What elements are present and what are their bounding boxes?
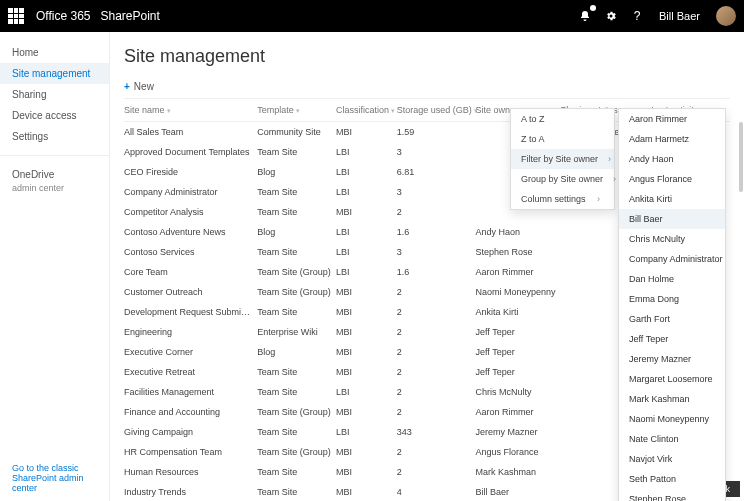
cell-cls: LBI xyxy=(336,422,397,442)
main-content: Site management + New Site name▾ Templat… xyxy=(110,32,744,501)
cell-name: Core Team xyxy=(124,262,257,282)
cell-template: Team Site xyxy=(257,242,336,262)
cell-owner: Aaron Rimmer xyxy=(475,262,560,282)
cell-name: Finance and Accounting xyxy=(124,402,257,422)
cell-storage: 3 xyxy=(397,182,476,202)
cell-template: Team Site xyxy=(257,202,336,222)
cell-cls: MBI xyxy=(336,342,397,362)
nav-item-settings[interactable]: Settings xyxy=(0,126,109,147)
cell-cls: MBI xyxy=(336,442,397,462)
cell-cls: MBI xyxy=(336,282,397,302)
owner-option[interactable]: Angus Florance xyxy=(619,169,725,189)
avatar[interactable] xyxy=(716,6,736,26)
cell-template: Team Site (Group) xyxy=(257,402,336,422)
cell-storage: 1.6 xyxy=(397,262,476,282)
menu-item-column-settings[interactable]: Column settings› xyxy=(511,189,614,209)
brand-sharepoint: SharePoint xyxy=(100,9,159,23)
cell-name: Executive Retreat xyxy=(124,362,257,382)
cell-cls: LBI xyxy=(336,182,397,202)
cell-name: Development Request Submissions xyxy=(124,302,257,322)
help-icon[interactable]: ? xyxy=(629,8,645,24)
cell-template: Team Site (Group) xyxy=(257,442,336,462)
cell-owner: Jeremy Mazner xyxy=(475,422,560,442)
cell-storage: 2 xyxy=(397,342,476,362)
cell-template: Team Site (Group) xyxy=(257,282,336,302)
col-storage[interactable]: Storage used (GB)▾ xyxy=(397,99,476,122)
owner-option[interactable]: Margaret Loosemore xyxy=(619,369,725,389)
nav-classic-link[interactable]: Go to the classic SharePoint admin cente… xyxy=(12,463,97,493)
chevron-right-icon: › xyxy=(608,154,611,164)
owner-option[interactable]: Bill Baer xyxy=(619,209,725,229)
cell-cls: LBI xyxy=(336,142,397,162)
gear-icon[interactable] xyxy=(603,8,619,24)
nav-item-site-management[interactable]: Site management xyxy=(0,63,109,84)
cell-name: All Sales Team xyxy=(124,122,257,143)
nav-item-device-access[interactable]: Device access xyxy=(0,105,109,126)
cell-storage: 2 xyxy=(397,442,476,462)
app-launcher-icon[interactable] xyxy=(8,8,24,24)
owner-option[interactable]: Aaron Rimmer xyxy=(619,109,725,129)
col-template[interactable]: Template▾ xyxy=(257,99,336,122)
cell-name: Industry Trends xyxy=(124,482,257,501)
new-button[interactable]: + New xyxy=(124,81,730,92)
cell-owner: Angus Florance xyxy=(475,442,560,462)
col-classification[interactable]: Classification▾ xyxy=(336,99,397,122)
cell-template: Team Site xyxy=(257,482,336,501)
cell-storage: 2 xyxy=(397,362,476,382)
cell-cls: MBI xyxy=(336,202,397,222)
cell-cls: LBI xyxy=(336,382,397,402)
menu-item-group-by-site-owner[interactable]: Group by Site owner› xyxy=(511,169,614,189)
nav-onedrive[interactable]: OneDrive xyxy=(0,164,109,185)
new-label: New xyxy=(134,81,154,92)
cell-name: HR Compensation Team xyxy=(124,442,257,462)
owner-option[interactable]: Adam Harmetz xyxy=(619,129,725,149)
owner-option[interactable]: Company Administrator xyxy=(619,249,725,269)
owner-option[interactable]: Jeremy Mazner xyxy=(619,349,725,369)
owner-option[interactable]: Naomi Moneypenny xyxy=(619,409,725,429)
owner-option[interactable]: Mark Kashman xyxy=(619,389,725,409)
cell-template: Team Site xyxy=(257,462,336,482)
cell-template: Team Site (Group) xyxy=(257,262,336,282)
nav-item-sharing[interactable]: Sharing xyxy=(0,84,109,105)
owner-option[interactable]: Chris McNulty xyxy=(619,229,725,249)
cell-cls: MBI xyxy=(336,482,397,501)
cell-name: Competitor Analysis xyxy=(124,202,257,222)
page-title: Site management xyxy=(124,46,730,67)
cell-owner: Jeff Teper xyxy=(475,342,560,362)
owner-option[interactable]: Navjot Virk xyxy=(619,449,725,469)
scrollbar-thumb[interactable] xyxy=(739,122,743,192)
brand-office365: Office 365 xyxy=(36,9,90,23)
cell-owner: Andy Haon xyxy=(475,222,560,242)
left-nav: HomeSite managementSharingDevice accessS… xyxy=(0,32,110,501)
cell-owner: Ankita Kirti xyxy=(475,302,560,322)
cell-storage: 3 xyxy=(397,142,476,162)
menu-item-z-to-a[interactable]: Z to A xyxy=(511,129,614,149)
owner-option[interactable]: Nate Clinton xyxy=(619,429,725,449)
owner-option[interactable]: Garth Fort xyxy=(619,309,725,329)
cell-name: Company Administrator xyxy=(124,182,257,202)
notifications-icon[interactable] xyxy=(577,8,593,24)
cell-cls: MBI xyxy=(336,462,397,482)
cell-cls: MBI xyxy=(336,302,397,322)
owner-option[interactable]: Andy Haon xyxy=(619,149,725,169)
owner-option[interactable]: Ankita Kirti xyxy=(619,189,725,209)
cell-cls: LBI xyxy=(336,222,397,242)
owner-option[interactable]: Seth Patton xyxy=(619,469,725,489)
col-site-name[interactable]: Site name▾ xyxy=(124,99,257,122)
cell-storage: 1.59 xyxy=(397,122,476,143)
cell-owner: Aaron Rimmer xyxy=(475,402,560,422)
owner-option[interactable]: Emma Dong xyxy=(619,289,725,309)
owner-option[interactable]: Dan Holme xyxy=(619,269,725,289)
cell-storage: 6.81 xyxy=(397,162,476,182)
menu-item-filter-by-site-owner[interactable]: Filter by Site owner› xyxy=(511,149,614,169)
cell-owner: Chris McNulty xyxy=(475,382,560,402)
user-name[interactable]: Bill Baer xyxy=(659,10,700,22)
owner-option[interactable]: Jeff Teper xyxy=(619,329,725,349)
cell-owner: Jeff Teper xyxy=(475,362,560,382)
notification-badge xyxy=(590,5,596,11)
owner-option[interactable]: Stephen Rose xyxy=(619,489,725,501)
menu-item-a-to-z[interactable]: A to Z xyxy=(511,109,614,129)
cell-owner: Bill Baer xyxy=(475,482,560,501)
plus-icon: + xyxy=(124,81,130,92)
nav-item-home[interactable]: Home xyxy=(0,42,109,63)
